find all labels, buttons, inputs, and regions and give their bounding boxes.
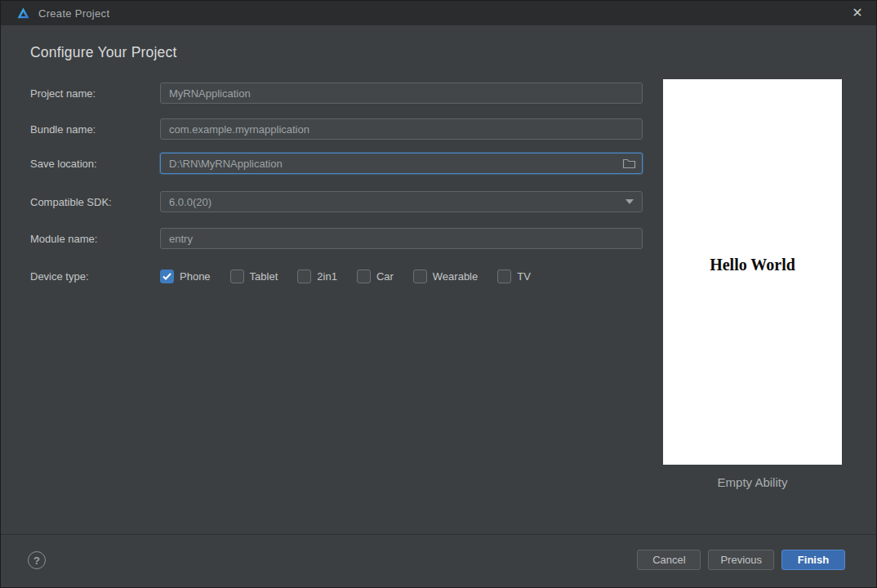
preview-hello-text: Hello World <box>710 256 795 274</box>
chevron-down-icon <box>625 199 634 204</box>
checkbox-car[interactable]: Car <box>357 270 394 283</box>
close-icon[interactable]: ✕ <box>839 1 876 25</box>
cancel-button[interactable]: Cancel <box>637 550 701 570</box>
footer-buttons: Cancel Previous Finish <box>637 550 845 570</box>
folder-icon <box>622 158 636 169</box>
checkbox-tv[interactable]: TV <box>497 270 531 283</box>
window-title: Create Project <box>38 7 109 20</box>
device-type-options: PhoneTablet2in1CarWearableTV <box>160 265 531 287</box>
checkbox-label: Wearable <box>433 270 478 283</box>
checkbox-label: 2in1 <box>317 270 337 283</box>
checkbox-unchecked-icon <box>497 270 511 283</box>
checkbox-wearable[interactable]: Wearable <box>413 270 478 283</box>
previous-button[interactable]: Previous <box>708 550 774 570</box>
footer-divider <box>1 534 876 535</box>
titlebar: Create Project ✕ <box>1 1 876 25</box>
deveco-logo-icon <box>16 7 30 20</box>
checkbox-unchecked-icon <box>357 270 371 283</box>
project-name-label: Project name: <box>30 87 96 100</box>
checkbox-label: Tablet <box>250 270 278 283</box>
preview-caption: Empty Ability <box>663 475 842 489</box>
project-name-input[interactable] <box>160 82 643 104</box>
module-name-label: Module name: <box>30 233 97 245</box>
checkbox-tablet[interactable]: Tablet <box>230 270 278 283</box>
checkbox-label: Car <box>376 270 394 283</box>
page-title: Configure Your Project <box>30 44 177 61</box>
create-project-dialog: Create Project ✕ Configure Your Project … <box>0 0 877 588</box>
bundle-name-input[interactable] <box>160 118 643 140</box>
save-location-label: Save location: <box>30 158 97 170</box>
bundle-name-label: Bundle name: <box>30 123 96 136</box>
checkbox-2in1[interactable]: 2in1 <box>297 270 337 283</box>
module-name-input[interactable] <box>160 228 643 249</box>
finish-button[interactable]: Finish <box>781 550 845 570</box>
compatible-sdk-label: Compatible SDK: <box>30 196 112 208</box>
browse-folder-button[interactable] <box>621 156 637 171</box>
help-icon[interactable]: ? <box>28 551 46 569</box>
save-location-input[interactable] <box>160 153 643 174</box>
checkbox-checked-icon <box>160 270 174 283</box>
checkbox-unchecked-icon <box>413 270 427 283</box>
preview-screen: Hello World <box>663 79 842 465</box>
checkbox-phone[interactable]: Phone <box>160 270 211 283</box>
checkbox-label: TV <box>517 270 531 283</box>
compatible-sdk-select[interactable]: 6.0.0(20) <box>160 191 643 212</box>
device-type-label: Device type: <box>30 270 89 283</box>
checkbox-unchecked-icon <box>230 270 244 283</box>
checkbox-unchecked-icon <box>297 270 311 283</box>
compatible-sdk-value: 6.0.0(20) <box>161 196 211 208</box>
checkbox-label: Phone <box>180 270 211 283</box>
